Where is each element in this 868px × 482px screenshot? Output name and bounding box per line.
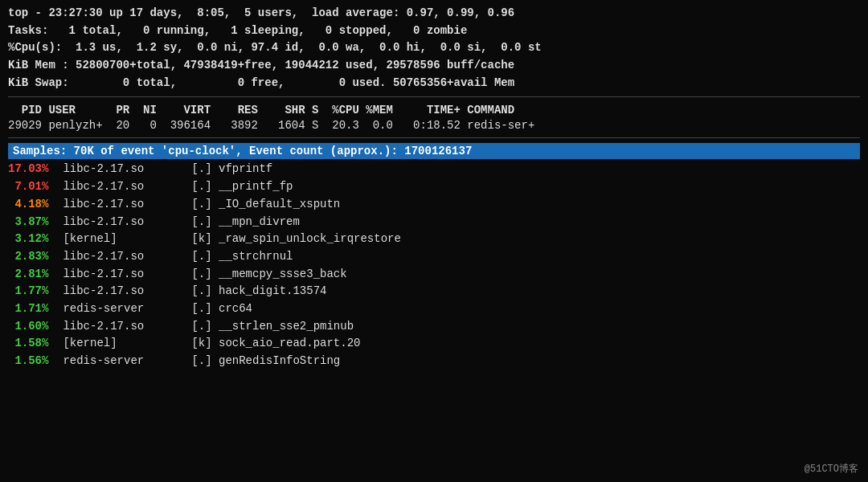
perf-row-11: 1.56% redis-server [.] genRedisInfoStrin… (8, 353, 860, 370)
perf-row-10: 1.58% [kernel] [k] sock_aio_read.part.20 (8, 335, 860, 353)
pct-6: 2.81% (8, 266, 56, 284)
perf-row-8: 1.71% redis-server [.] crc64 (8, 300, 860, 318)
func-0: vfprintf (219, 161, 272, 178)
lib-6: libc-2.17.so (56, 266, 185, 284)
type-8: [.] (185, 300, 219, 318)
lib-4: [kernel] (56, 231, 185, 248)
pct-2: 4.18% (8, 196, 56, 214)
terminal: top - 23:27:30 up 17 days, 8:05, 5 users… (0, 0, 868, 482)
top-section: top - 23:27:30 up 17 days, 8:05, 5 users… (8, 5, 860, 92)
type-10: [k] (185, 335, 219, 353)
lib-2: libc-2.17.so (56, 196, 185, 214)
pct-7: 1.77% (8, 283, 56, 300)
pct-0: 17.03% (8, 161, 56, 178)
top-line-3: KiB Mem : 52800700+total, 47938419+free,… (8, 57, 860, 75)
type-9: [.] (185, 318, 219, 336)
perf-row-1: 7.01% libc-2.17.so [.] __printf_fp (8, 178, 860, 196)
pct-5: 2.83% (8, 248, 56, 266)
perf-row-6: 2.81% libc-2.17.so [.] __memcpy_ssse3_ba… (8, 266, 860, 284)
pct-9: 1.60% (8, 318, 56, 336)
perf-row-5: 2.83% libc-2.17.so [.] __strchrnul (8, 248, 860, 266)
perf-row-2: 4.18% libc-2.17.so [.] _IO_default_xsput… (8, 196, 860, 214)
pct-1: 7.01% (8, 178, 56, 196)
func-11: genRedisInfoString (219, 353, 340, 370)
lib-3: libc-2.17.so (56, 214, 185, 231)
type-3: [.] (185, 214, 219, 231)
type-2: [.] (185, 196, 219, 214)
func-8: crc64 (219, 300, 252, 318)
lib-0: libc-2.17.so (56, 161, 185, 178)
type-4: [k] (185, 231, 219, 248)
type-11: [.] (185, 353, 219, 370)
table-row: 29029 penlyzh+ 20 0 396164 3892 1604 S 2… (8, 118, 860, 133)
perf-rows: 17.03% libc-2.17.so [.] vfprintf 7.01% l… (8, 161, 860, 370)
type-6: [.] (185, 266, 219, 284)
perf-row-4: 3.12% [kernel] [k] _raw_spin_unlock_irqr… (8, 231, 860, 248)
top-line-0: top - 23:27:30 up 17 days, 8:05, 5 users… (8, 5, 860, 22)
divider-top (8, 96, 860, 97)
type-7: [.] (185, 283, 219, 300)
perf-section: Samples: 70K of event 'cpu-clock', Event… (8, 143, 860, 370)
table-header: PID USER PR NI VIRT RES SHR S %CPU %MEM … (8, 102, 860, 118)
lib-1: libc-2.17.so (56, 178, 185, 196)
lib-8: redis-server (56, 300, 185, 318)
func-10: sock_aio_read.part.20 (219, 335, 360, 353)
func-7: hack_digit.13574 (219, 283, 326, 300)
pct-8: 1.71% (8, 300, 56, 318)
lib-7: libc-2.17.so (56, 283, 185, 300)
lib-5: libc-2.17.so (56, 248, 185, 266)
divider-bottom (8, 137, 860, 138)
top-line-2: %Cpu(s): 1.3 us, 1.2 sy, 0.0 ni, 97.4 id… (8, 39, 860, 57)
top-line-1: Tasks: 1 total, 0 running, 1 sleeping, 0… (8, 22, 860, 40)
pct-10: 1.58% (8, 335, 56, 353)
perf-row-9: 1.60% libc-2.17.so [.] __strlen_sse2_pmi… (8, 318, 860, 336)
pct-11: 1.56% (8, 353, 56, 370)
top-line-4: KiB Swap: 0 total, 0 free, 0 used. 50765… (8, 75, 860, 92)
perf-header: Samples: 70K of event 'cpu-clock', Event… (8, 143, 860, 159)
lib-9: libc-2.17.so (56, 318, 185, 336)
func-1: __printf_fp (219, 178, 293, 196)
type-1: [.] (185, 178, 219, 196)
func-3: __mpn_divrem (219, 214, 300, 231)
pct-3: 3.87% (8, 214, 56, 231)
watermark: @51CTO博客 (805, 462, 858, 476)
perf-row-3: 3.87% libc-2.17.so [.] __mpn_divrem (8, 214, 860, 231)
func-6: __memcpy_ssse3_back (219, 266, 347, 284)
func-4: _raw_spin_unlock_irqrestore (219, 231, 401, 248)
perf-row-0: 17.03% libc-2.17.so [.] vfprintf (8, 161, 860, 178)
lib-10: [kernel] (56, 335, 185, 353)
func-9: __strlen_sse2_pminub (219, 318, 354, 336)
lib-11: redis-server (56, 353, 185, 370)
func-2: _IO_default_xsputn (219, 196, 340, 214)
func-5: __strchrnul (219, 248, 293, 266)
type-0: [.] (185, 161, 219, 178)
perf-row-7: 1.77% libc-2.17.so [.] hack_digit.13574 (8, 283, 860, 300)
pct-4: 3.12% (8, 231, 56, 248)
type-5: [.] (185, 248, 219, 266)
